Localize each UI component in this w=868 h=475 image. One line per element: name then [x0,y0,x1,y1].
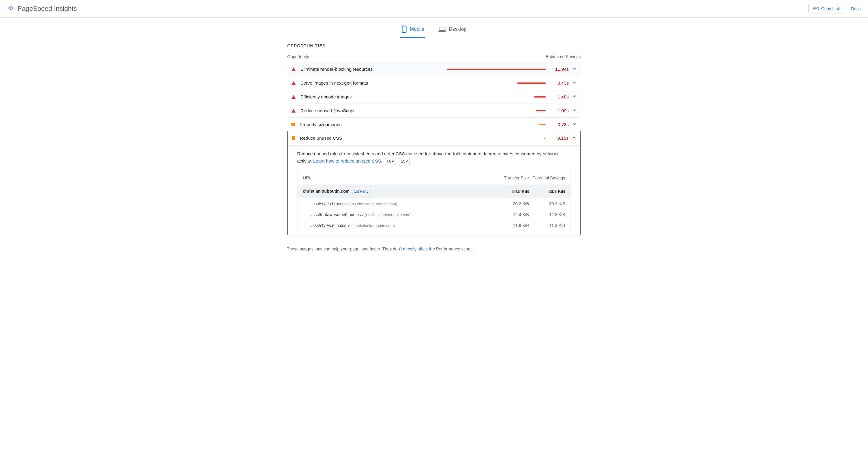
copy-link-label: Copy Link [821,6,840,11]
savings-bar [517,82,546,84]
savings-bar [447,69,546,70]
pagespeed-logo-icon [7,5,14,12]
mobile-icon [401,26,407,33]
chevron-down-icon [572,122,577,127]
triangle-icon [291,95,296,99]
resource-transfer: 12.4 KiB [493,212,529,217]
savings-bar [544,138,546,139]
opportunity-label: Properly size images [300,122,341,127]
tab-desktop[interactable]: Desktop [437,22,468,38]
opportunities-section: OPPORTUNITIES Opportunity Estimated Savi… [287,38,581,242]
opportunity-savings: 3.43s [552,80,569,86]
tab-mobile-label: Mobile [410,27,424,32]
resource-group: christianlouboutin.com1st Party54.5 KiB5… [298,184,570,198]
opportunity-label: Eliminate render-blocking resources [301,67,373,72]
savings-bar [536,110,546,111]
app-title: PageSpeed Insights [18,5,77,13]
savings-bar [534,96,546,98]
opportunity-savings: 0.78s [552,122,569,127]
link-icon [813,7,819,11]
opportunity-row[interactable]: Eliminate render-blocking resources11.94… [287,62,581,76]
svg-rect-4 [439,27,445,31]
section-title: OPPORTUNITIES [287,38,581,51]
first-party-badge: 1st Party [352,189,370,194]
resource-host: (us.christianlouboutin.com) [350,202,397,206]
resource-transfer: 30.2 KiB [493,201,529,206]
docs-link[interactable]: Docs [851,6,861,11]
square-icon [291,123,295,126]
svg-rect-1 [8,6,13,6]
app-header: PageSpeed Insights Copy Link Docs [0,0,868,18]
chevron-up-icon [572,135,576,141]
resource-file: …css/styles-l.min.css [308,201,349,206]
resource-host: (us.christianlouboutin.com) [365,212,411,217]
copy-link-button[interactable]: Copy Link [808,4,845,14]
triangle-icon [291,81,296,85]
learn-more-link[interactable]: Learn how to reduce unused CSS [313,158,381,164]
th-transfer: Transfer Size [493,175,529,180]
resource-row: …css/fontawesome5.min.css(us.christianlo… [298,209,570,220]
chevron-down-icon [572,67,577,72]
triangle-icon [291,67,296,71]
triangle-icon [291,109,296,112]
header-left: PageSpeed Insights [7,5,77,13]
resource-file: …css/styles.min.css [308,223,346,228]
opportunity-label: Efficiently encode images [301,94,352,99]
opportunity-row[interactable]: Reduce unused CSS0.16s [287,131,581,145]
footer-note: These suggestions can help your page loa… [287,246,581,251]
savings-bar [539,124,546,125]
savings-bar-container [447,138,546,139]
tab-mobile[interactable]: Mobile [400,22,425,38]
savings-bar-container [447,96,546,98]
group-savings: 53.8 KiB [529,189,565,194]
footer-post: the Performance score. [428,246,473,251]
tab-desktop-label: Desktop [449,27,467,32]
opportunity-savings: 1.09s [552,108,569,113]
savings-bar-container [447,82,546,84]
chevron-down-icon [572,94,577,99]
opportunity-description: Reduce unused rules from stylesheets and… [287,145,581,169]
opportunity-savings: 0.16s [552,135,568,141]
savings-bar-container [447,69,546,70]
header-right: Copy Link Docs [808,4,861,14]
footer-pre: These suggestions can help your page loa… [287,246,403,251]
square-icon [292,136,295,140]
resource-row: …css/styles.min.css(us.christianloubouti… [298,220,570,231]
resource-table-header: URLTransfer SizePotential Savings [298,171,570,184]
chevron-down-icon [572,80,577,86]
resource-transfer: 11.9 KiB [493,223,529,228]
device-tabs: Mobile Desktop [0,18,868,38]
opportunity-row[interactable]: Reduce unused JavaScript1.09s [287,104,581,117]
resource-file: …css/fontawesome5.min.css [308,212,363,217]
opportunity-expanded: Reduce unused CSS0.16sReduce unused rule… [287,131,581,235]
chevron-down-icon [572,108,577,113]
opportunity-row[interactable]: Efficiently encode images1.40s [287,90,581,104]
opportunities-table-header: Opportunity Estimated Savings [287,51,581,62]
opportunity-savings: 11.94s [552,67,569,72]
th-savings: Estimated Savings [546,54,581,59]
opportunity-row[interactable]: Properly size images0.78s [287,117,581,131]
metric-tag: FCP [385,158,396,165]
footer-link[interactable]: directly affect [403,246,428,251]
opportunity-savings: 1.40s [552,94,569,99]
savings-bar-container [447,124,546,125]
th-url: URL [303,175,493,180]
resource-host: (us.christianlouboutin.com) [348,223,395,228]
th-opportunity: Opportunity [287,54,309,59]
th-potential-savings: Potential Savings [529,175,565,180]
svg-point-0 [10,9,12,10]
resource-savings: 11.3 KiB [529,223,565,228]
savings-bar-container [447,110,546,111]
opportunity-label: Serve images in next-gen formats [301,80,368,86]
opportunity-row[interactable]: Serve images in next-gen formats3.43s [287,76,581,90]
resource-row: …css/styles-l.min.css(us.christianloubou… [298,198,570,209]
resource-table: URLTransfer SizePotential Savingschristi… [297,171,571,231]
opportunity-label: Reduce unused JavaScript [301,108,354,113]
group-host: christianlouboutin.com [303,189,350,194]
group-transfer: 54.5 KiB [493,189,529,194]
resource-savings: 12.3 KiB [529,212,565,217]
desktop-icon [438,27,446,32]
metric-tag: LCP [399,158,410,165]
resource-savings: 30.2 KiB [529,201,565,206]
opportunity-label: Reduce unused CSS [300,135,342,141]
